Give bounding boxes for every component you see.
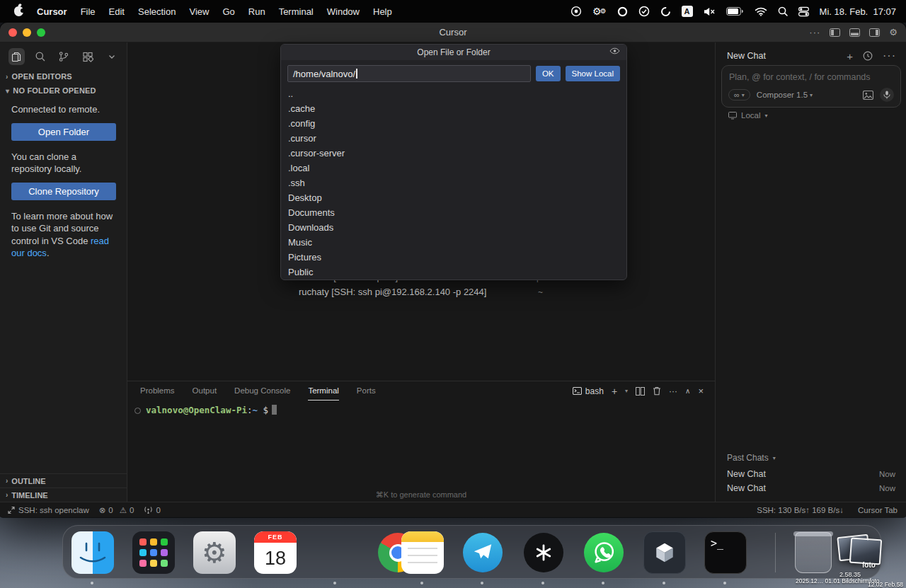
launchpad-icon[interactable] xyxy=(132,531,175,574)
chat-more-actions-icon[interactable]: ··· xyxy=(883,50,896,62)
file-list-item[interactable]: .ssh xyxy=(281,175,626,190)
menu-terminal[interactable]: Terminal xyxy=(279,6,314,17)
more-actions-icon[interactable]: ··· xyxy=(809,27,820,38)
menubar-status-icon-3[interactable] xyxy=(660,6,671,17)
file-list-item[interactable]: .cursor-server xyxy=(281,146,626,161)
notes-icon[interactable] xyxy=(401,531,444,574)
menu-help[interactable]: Help xyxy=(373,6,392,17)
terminal-app-icon[interactable]: >_ xyxy=(704,531,747,574)
split-terminal-icon[interactable] xyxy=(636,387,645,396)
file-list-item[interactable]: .config xyxy=(281,116,626,131)
battery-icon[interactable] xyxy=(726,7,744,16)
kill-terminal-trash-icon[interactable] xyxy=(653,386,661,396)
open-folder-button[interactable]: Open Folder xyxy=(11,123,116,141)
cursor-tab-indicator[interactable]: Cursor Tab xyxy=(858,506,898,514)
menu-window[interactable]: Window xyxy=(327,6,360,17)
file-list-item[interactable]: .. xyxy=(281,86,626,101)
input-source-icon[interactable]: A xyxy=(682,6,693,17)
control-center-icon[interactable] xyxy=(798,6,809,17)
close-window-button[interactable] xyxy=(8,28,17,37)
network-speed-indicator[interactable]: SSH: 130 B/s↑ 169 B/s↓ xyxy=(757,506,844,514)
menu-selection[interactable]: Selection xyxy=(138,6,176,17)
desktop-file-label[interactable]: 12.02 Feb.58 xyxy=(868,581,903,588)
menubar-status-icon-1[interactable] xyxy=(570,6,582,17)
recent-workspace-link[interactable]: ruchaty [SSH: ssh pi@192.168.2.140 -p 22… xyxy=(299,287,486,301)
outline-section[interactable]: › OUTLINE xyxy=(0,473,127,488)
finder-icon[interactable] xyxy=(71,531,114,574)
path-input[interactable]: /home/valnovo/ xyxy=(287,65,531,82)
tab-terminal[interactable]: Terminal xyxy=(308,381,338,400)
file-list-item[interactable]: Pictures xyxy=(281,250,626,265)
past-chat-item[interactable]: New Chat Now xyxy=(716,481,906,495)
menubar-clock[interactable]: Mi. 18. Feb. 17:07 xyxy=(820,6,896,17)
chat-input[interactable]: Plan, @ for context, / for commands ∞ ▾ … xyxy=(721,65,901,108)
file-list-item[interactable]: .local xyxy=(281,161,626,175)
show-local-button[interactable]: Show Local xyxy=(566,66,620,81)
menu-edit[interactable]: Edit xyxy=(109,6,125,17)
calendar-icon[interactable]: FEB 18 xyxy=(254,531,297,574)
minimize-window-button[interactable] xyxy=(23,28,31,37)
ports-indicator[interactable]: 0 xyxy=(144,506,160,514)
chat-history-icon[interactable] xyxy=(863,51,873,61)
tab-problems[interactable]: Problems xyxy=(140,381,175,400)
menubar-status-icon-2[interactable] xyxy=(617,6,628,17)
whatsapp-icon[interactable] xyxy=(584,533,624,572)
problems-indicator[interactable]: ⊗ 0 ⚠ 0 xyxy=(99,505,134,515)
tab-debug-console[interactable]: Debug Console xyxy=(234,381,290,400)
timeline-section[interactable]: › TIMELINE xyxy=(0,488,127,502)
explorer-icon[interactable] xyxy=(8,48,25,65)
menu-run[interactable]: Run xyxy=(248,6,265,17)
menubar-app-name[interactable]: Cursor xyxy=(37,6,67,17)
cube-app-icon[interactable] xyxy=(643,531,686,574)
source-control-icon[interactable] xyxy=(56,48,72,65)
maximize-panel-icon[interactable]: ∧ xyxy=(685,388,690,395)
extensions-icon[interactable] xyxy=(80,48,96,65)
menubar-check-icon[interactable] xyxy=(638,6,650,17)
tab-output[interactable]: Output xyxy=(193,381,217,400)
model-selector[interactable]: Composer 1.5 ▾ xyxy=(757,91,813,99)
attach-image-icon[interactable] xyxy=(863,91,873,100)
menu-file[interactable]: File xyxy=(81,6,96,17)
new-terminal-button[interactable]: + xyxy=(612,386,617,396)
open-editors-section[interactable]: › OPEN EDITORS xyxy=(0,69,127,83)
settings-gear-icon[interactable]: ⚙ xyxy=(889,27,898,38)
new-chat-button[interactable]: + xyxy=(847,50,853,62)
file-list-item[interactable]: Documents xyxy=(281,205,626,220)
terminal-instance-bash[interactable]: bash xyxy=(573,386,604,396)
file-list-item[interactable]: Desktop xyxy=(281,190,626,205)
wifi-icon[interactable] xyxy=(755,7,767,16)
toggle-panel-icon[interactable] xyxy=(849,28,860,37)
terminal-content[interactable]: valnovo@OpenClaw-Pi:~ $ xyxy=(127,400,715,415)
ok-button[interactable]: OK xyxy=(536,66,561,81)
trash-icon[interactable] xyxy=(795,532,832,573)
zoom-window-button[interactable] xyxy=(37,28,45,37)
system-settings-icon[interactable]: ⚙ xyxy=(193,531,236,574)
desktop-file-label[interactable]: 2025.12… 01.01 Bildschirmfoto xyxy=(796,577,880,584)
search-icon[interactable] xyxy=(33,48,49,65)
file-list-item[interactable]: Music xyxy=(281,235,626,250)
menu-go[interactable]: Go xyxy=(222,6,234,17)
toggle-secondary-sidebar-icon[interactable] xyxy=(869,28,880,37)
chatgpt-icon[interactable] xyxy=(524,533,563,572)
clone-repository-button[interactable]: Clone Repository xyxy=(11,183,116,200)
telegram-icon[interactable] xyxy=(463,533,503,572)
past-chats-header[interactable]: Past Chats ▾ xyxy=(727,453,776,463)
eye-icon[interactable] xyxy=(609,47,620,54)
close-panel-icon[interactable]: × xyxy=(698,386,704,396)
spotlight-search-icon[interactable] xyxy=(778,6,788,16)
apple-menu[interactable] xyxy=(14,6,23,16)
past-chat-item[interactable]: New Chat Now xyxy=(716,467,906,481)
remote-indicator[interactable]: SSH: ssh openclaw xyxy=(7,506,89,514)
file-list-item[interactable]: .cache xyxy=(281,101,626,116)
file-list-item[interactable]: Public xyxy=(281,265,626,279)
agent-mode-selector[interactable]: ∞ ▾ xyxy=(728,89,750,100)
desktop-file-label[interactable]: foto xyxy=(862,561,876,569)
more-views-chevron-icon[interactable] xyxy=(103,48,120,65)
volume-muted-icon[interactable] xyxy=(704,7,716,16)
file-list-item[interactable]: Downloads xyxy=(281,220,626,235)
voice-input-button[interactable] xyxy=(880,88,894,102)
menubar-gears-icon[interactable]: ⚙⚙ xyxy=(592,6,607,16)
menu-view[interactable]: View xyxy=(189,6,209,17)
local-selector[interactable]: Local ▾ xyxy=(728,111,768,120)
no-folder-section[interactable]: ▾ NO FOLDER OPENED xyxy=(0,83,127,98)
